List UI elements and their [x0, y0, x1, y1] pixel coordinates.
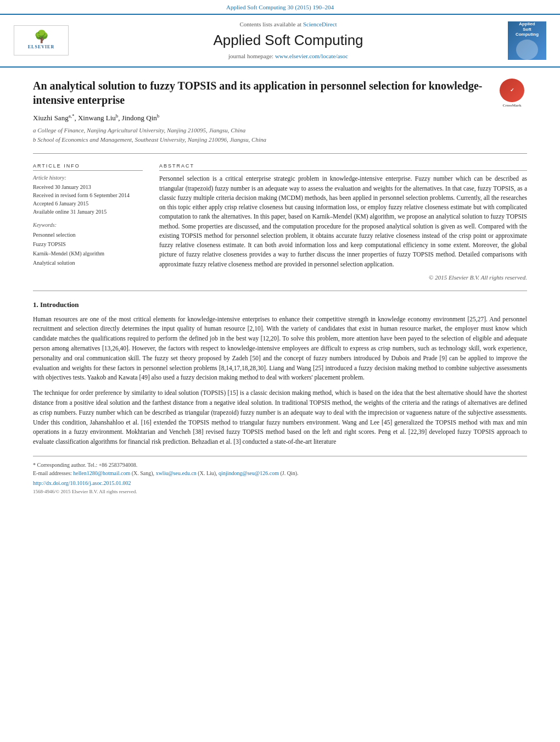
badge-circle-decoration	[516, 40, 538, 60]
email1-name: (X. Sang),	[132, 470, 154, 476]
corresponding-author: * Corresponding author. Tel.: +86 258379…	[33, 461, 527, 469]
crossmark-badge[interactable]: ✓ CrossMark	[497, 79, 527, 109]
copyright-notice: © 2015 Elsevier B.V. All rights reserved…	[159, 274, 527, 282]
date-available: Available online 31 January 2015	[33, 208, 143, 216]
section-divider	[33, 291, 527, 291]
badge-title-line3: Computing	[516, 32, 539, 37]
journal-name: Applied Soft Computing	[77, 30, 500, 50]
contents-available-line: Contents lists available at ScienceDirec…	[77, 20, 500, 29]
elsevier-logo-box: 🌳 ELSEVIER	[14, 25, 69, 55]
journal-badge: Applied Soft Computing	[505, 21, 549, 60]
keyword1: Personnel selection	[33, 230, 143, 239]
keywords-section: Keywords: Personnel selection Fuzzy TOPS…	[33, 221, 143, 267]
email2-name: (X. Liu),	[198, 470, 217, 476]
keywords-list: Personnel selection Fuzzy TOPSIS Karnik–…	[33, 230, 143, 267]
issn-line: 1568-4946/© 2015 Elsevier B.V. All right…	[33, 488, 527, 495]
article-title-container: An analytical solution to fuzzy TOPSIS a…	[33, 79, 527, 107]
authors-line: Xiuzhi Sanga,*, Xinwang Liub, Jindong Qi…	[33, 113, 527, 124]
main-content: An analytical solution to fuzzy TOPSIS a…	[0, 68, 560, 506]
article-history-section: Article history: Received 30 January 201…	[33, 174, 143, 216]
badge-box: Applied Soft Computing	[508, 21, 546, 60]
corresponding-label: * Corresponding author. Tel.: +86 258379…	[33, 462, 137, 468]
footnote-area: * Corresponding author. Tel.: +86 258379…	[33, 456, 527, 495]
article-info-panel: ARTICLE INFO Article history: Received 3…	[33, 163, 143, 282]
abstract-text: Personnel selection is a critical enterp…	[159, 174, 527, 269]
section1-title: Introduction	[40, 300, 79, 309]
keywords-label: Keywords:	[33, 221, 143, 229]
crossmark-icon: ✓	[500, 79, 524, 103]
journal-info-center: Contents lists available at ScienceDirec…	[77, 20, 500, 60]
section1-para1: Human resources are one of the most crit…	[33, 315, 527, 383]
abstract-heading: ABSTRACT	[159, 163, 527, 171]
author3-name: , Jindong Qin	[118, 114, 156, 122]
section1-header: 1. Introduction	[33, 300, 527, 310]
keyword2: Fuzzy TOPSIS	[33, 239, 143, 249]
elsevier-tree-icon: 🌳	[34, 31, 49, 43]
two-column-layout: ARTICLE INFO Article history: Received 3…	[33, 163, 527, 282]
author1-name: Xiuzhi Sang	[33, 114, 69, 122]
abstract-panel: ABSTRACT Personnel selection is a critic…	[159, 163, 527, 282]
email1-link[interactable]: hellen1280@hotmail.com	[73, 470, 130, 476]
top-bar: Applied Soft Computing 30 (2015) 190–204	[0, 0, 560, 15]
affiliation-b: b School of Economics and Management, So…	[33, 136, 527, 144]
date-received2: Received in revised form 6 September 201…	[33, 191, 143, 199]
section1-number: 1.	[33, 300, 38, 309]
email3-link[interactable]: qinjindong@seu@126.com	[219, 470, 279, 476]
doi-link[interactable]: http://dx.doi.org/10.1016/j.asoc.2015.01…	[33, 480, 131, 486]
journal-citation: Applied Soft Computing 30 (2015) 190–204	[226, 4, 334, 10]
date-accepted: Accepted 6 January 2015	[33, 199, 143, 208]
affiliations: a College of Finance, Nanjing Agricultur…	[33, 126, 527, 144]
publisher-logo: 🌳 ELSEVIER	[11, 25, 71, 55]
crossmark-label: CrossMark	[502, 103, 521, 108]
article-info-heading: ARTICLE INFO	[33, 163, 143, 171]
email-label: E-mail addresses:	[33, 470, 72, 476]
keyword4: Analytical solution	[33, 258, 143, 267]
doi-line[interactable]: http://dx.doi.org/10.1016/j.asoc.2015.01…	[33, 479, 527, 487]
email3-name: (J. Qin).	[280, 470, 298, 476]
date-received1: Received 30 January 2013	[33, 183, 143, 191]
author3-sup: b	[157, 113, 160, 119]
author2-name: , Xinwang Liu	[74, 114, 115, 122]
email2-link[interactable]: xwliu@seu.edu.cn	[156, 470, 197, 476]
email-line: E-mail addresses: hellen1280@hotmail.com…	[33, 469, 527, 477]
journal-homepage: journal homepage: www.elsevier.com/locat…	[77, 52, 500, 60]
badge-title-line1: Applied	[519, 21, 535, 27]
article-title-text: An analytical solution to fuzzy TOPSIS a…	[33, 80, 482, 106]
affiliation-a: a College of Finance, Nanjing Agricultur…	[33, 126, 527, 135]
sciencedirect-link[interactable]: ScienceDirect	[303, 21, 337, 27]
section1-para2: The technique for order preference by si…	[33, 388, 527, 447]
author1-sup: a,*	[69, 113, 75, 119]
journal-header: 🌳 ELSEVIER Contents lists available at S…	[0, 15, 560, 67]
history-label: Article history:	[33, 174, 143, 182]
received-date1: Received 30 January 2013 Received in rev…	[33, 183, 143, 216]
elsevier-name: ELSEVIER	[28, 44, 54, 50]
badge-title-line2: Soft	[523, 27, 531, 32]
journal-home-url[interactable]: www.elsevier.com/locate/asoc	[275, 53, 348, 59]
header-divider	[33, 153, 527, 154]
journal-home-label: journal homepage:	[228, 53, 273, 59]
keyword3: Karnik–Mendel (KM) algorithm	[33, 249, 143, 258]
